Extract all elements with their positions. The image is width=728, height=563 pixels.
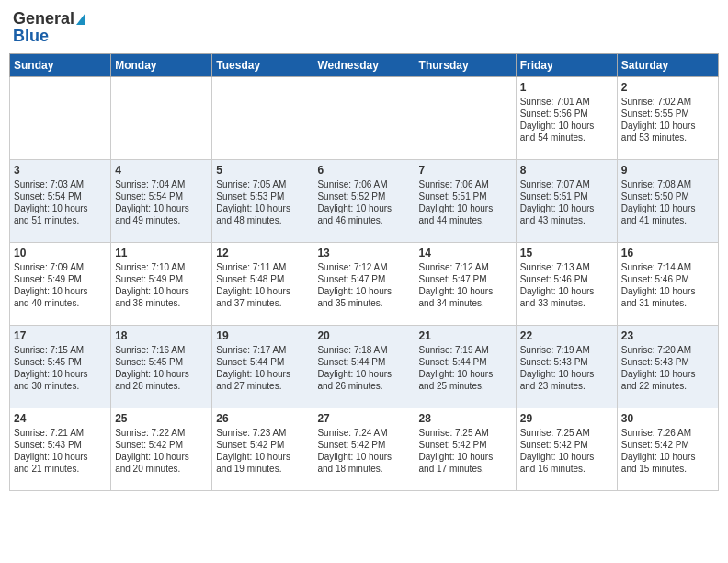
day-info-line: Daylight: 10 hours (520, 285, 613, 297)
day-info-line: Sunrise: 7:24 AM (317, 427, 410, 439)
day-info-line: Daylight: 10 hours (520, 120, 613, 132)
day-number: 23 (621, 329, 714, 342)
day-info-line: Sunrise: 7:14 AM (621, 261, 714, 273)
day-info-line: and 37 minutes. (216, 297, 309, 309)
day-info-line: Sunset: 5:54 PM (14, 190, 107, 202)
day-info-line: Daylight: 10 hours (317, 285, 410, 297)
calendar-cell (415, 77, 516, 160)
day-info-line: Sunset: 5:49 PM (14, 273, 107, 285)
calendar-week-row: 1Sunrise: 7:01 AMSunset: 5:56 PMDaylight… (10, 77, 719, 160)
day-info-line: Sunrise: 7:03 AM (14, 178, 107, 190)
day-info-line: Sunset: 5:42 PM (520, 439, 613, 451)
day-number: 24 (14, 412, 107, 425)
day-info-line: Sunset: 5:45 PM (14, 356, 107, 368)
day-info-line: Sunrise: 7:02 AM (621, 96, 714, 108)
calendar-cell: 30Sunrise: 7:26 AMSunset: 5:42 PMDayligh… (617, 408, 718, 491)
day-info-line: Sunset: 5:47 PM (419, 273, 512, 285)
day-info-line: Daylight: 10 hours (419, 202, 512, 214)
logo-triangle-icon (76, 13, 85, 25)
day-info-line: Sunrise: 7:26 AM (621, 427, 714, 439)
day-info-line: and 17 minutes. (419, 463, 512, 475)
weekday-header-wednesday: Wednesday (313, 54, 415, 77)
day-info-line: Daylight: 10 hours (621, 368, 714, 380)
day-number: 14 (419, 247, 512, 259)
day-info-line: Sunset: 5:44 PM (216, 356, 309, 368)
day-number: 18 (115, 329, 208, 342)
page-header: General Blue (9, 9, 719, 46)
day-info-line: Daylight: 10 hours (317, 451, 410, 463)
logo: General Blue (13, 9, 85, 46)
day-info-line: Sunrise: 7:04 AM (115, 178, 208, 190)
day-info-line: Daylight: 10 hours (621, 285, 714, 297)
day-info-line: Sunrise: 7:18 AM (317, 344, 410, 356)
day-info-line: Sunrise: 7:19 AM (419, 344, 512, 356)
day-info-line: Daylight: 10 hours (216, 451, 309, 463)
calendar-cell: 7Sunrise: 7:06 AMSunset: 5:51 PMDaylight… (415, 160, 516, 243)
weekday-header-row: SundayMondayTuesdayWednesdayThursdayFrid… (10, 54, 719, 77)
day-info-line: and 54 minutes. (520, 132, 613, 144)
weekday-header-sunday: Sunday (10, 54, 111, 77)
day-info-line: Daylight: 10 hours (520, 202, 613, 214)
weekday-header-saturday: Saturday (617, 54, 718, 77)
day-info-line: and 15 minutes. (621, 463, 714, 475)
day-info-line: and 44 minutes. (419, 214, 512, 226)
day-info-line: Sunrise: 7:23 AM (216, 427, 309, 439)
day-info-line: Daylight: 10 hours (14, 202, 107, 214)
day-number: 19 (216, 329, 309, 342)
calendar-cell: 12Sunrise: 7:11 AMSunset: 5:48 PMDayligh… (212, 243, 313, 326)
calendar-cell: 29Sunrise: 7:25 AMSunset: 5:42 PMDayligh… (516, 408, 617, 491)
day-info-line: and 16 minutes. (520, 463, 613, 475)
calendar-cell: 20Sunrise: 7:18 AMSunset: 5:44 PMDayligh… (313, 326, 415, 408)
day-info-line: Sunset: 5:52 PM (317, 190, 410, 202)
day-info-line: Sunrise: 7:10 AM (115, 261, 208, 273)
day-info-line: and 40 minutes. (14, 297, 107, 309)
day-number: 5 (216, 164, 309, 177)
calendar-cell: 24Sunrise: 7:21 AMSunset: 5:43 PMDayligh… (10, 408, 111, 491)
calendar-table: SundayMondayTuesdayWednesdayThursdayFrid… (9, 53, 719, 491)
day-info-line: Daylight: 10 hours (419, 451, 512, 463)
day-number: 27 (317, 412, 410, 425)
day-info-line: Daylight: 10 hours (216, 285, 309, 297)
day-info-line: and 35 minutes. (317, 297, 410, 309)
day-info-line: Daylight: 10 hours (115, 202, 208, 214)
day-info-line: Daylight: 10 hours (14, 285, 107, 297)
day-info-line: and 23 minutes. (520, 380, 613, 392)
day-info-line: Sunset: 5:42 PM (419, 439, 512, 451)
day-info-line: and 20 minutes. (115, 463, 208, 475)
day-info-line: and 28 minutes. (115, 380, 208, 392)
day-info-line: Sunset: 5:43 PM (14, 439, 107, 451)
calendar-cell: 14Sunrise: 7:12 AMSunset: 5:47 PMDayligh… (415, 243, 516, 326)
day-number: 28 (419, 412, 512, 425)
calendar-cell: 22Sunrise: 7:19 AMSunset: 5:43 PMDayligh… (516, 326, 617, 408)
weekday-header-monday: Monday (111, 54, 212, 77)
calendar-week-row: 17Sunrise: 7:15 AMSunset: 5:45 PMDayligh… (10, 326, 719, 408)
day-number: 9 (621, 164, 714, 177)
calendar-cell: 9Sunrise: 7:08 AMSunset: 5:50 PMDaylight… (617, 160, 718, 243)
day-info-line: Sunrise: 7:12 AM (317, 261, 410, 273)
calendar-week-row: 24Sunrise: 7:21 AMSunset: 5:43 PMDayligh… (10, 408, 719, 491)
day-info-line: and 46 minutes. (317, 214, 410, 226)
day-info-line: and 41 minutes. (621, 214, 714, 226)
day-info-line: and 34 minutes. (419, 297, 512, 309)
day-info-line: and 18 minutes. (317, 463, 410, 475)
day-info-line: and 53 minutes. (621, 132, 714, 144)
logo-blue-text: Blue (13, 27, 49, 46)
day-info-line: Daylight: 10 hours (14, 451, 107, 463)
day-info-line: and 51 minutes. (14, 214, 107, 226)
day-number: 4 (115, 164, 208, 177)
day-info-line: and 43 minutes. (520, 214, 613, 226)
calendar-cell: 13Sunrise: 7:12 AMSunset: 5:47 PMDayligh… (313, 243, 415, 326)
day-info-line: Sunset: 5:42 PM (115, 439, 208, 451)
calendar-cell: 16Sunrise: 7:14 AMSunset: 5:46 PMDayligh… (617, 243, 718, 326)
day-info-line: Sunset: 5:56 PM (520, 108, 613, 120)
day-info-line: Sunrise: 7:15 AM (14, 344, 107, 356)
day-info-line: Sunrise: 7:01 AM (520, 96, 613, 108)
day-info-line: Daylight: 10 hours (115, 285, 208, 297)
day-info-line: Sunrise: 7:16 AM (115, 344, 208, 356)
day-info-line: Sunrise: 7:25 AM (520, 427, 613, 439)
day-number: 6 (317, 164, 410, 177)
logo-general-text: General (13, 9, 74, 29)
weekday-header-tuesday: Tuesday (212, 54, 313, 77)
day-info-line: Sunset: 5:43 PM (520, 356, 613, 368)
calendar-cell: 5Sunrise: 7:05 AMSunset: 5:53 PMDaylight… (212, 160, 313, 243)
